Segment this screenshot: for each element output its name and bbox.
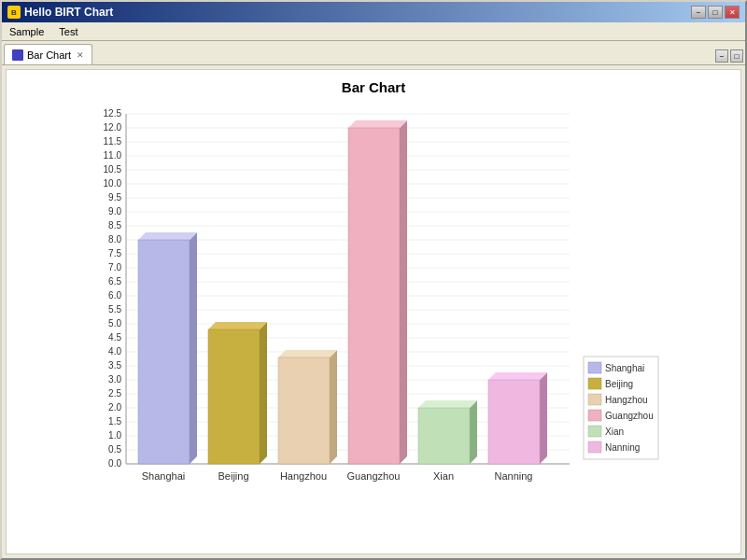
bar-xian-right [470, 400, 477, 464]
bar-nanning-top [488, 372, 547, 380]
bar-guangzhou [348, 128, 400, 464]
bar-guangzhou-right [400, 120, 407, 464]
svg-text:12.0: 12.0 [104, 122, 122, 133]
tab-bar-controls: − □ [715, 49, 743, 64]
xlabel-xian: Xian [433, 470, 454, 482]
svg-text:7.5: 7.5 [108, 248, 121, 259]
legend-icon-shanghai [588, 362, 601, 373]
svg-text:7.0: 7.0 [108, 262, 121, 273]
legend-label-shanghai: Shanghai [605, 363, 644, 373]
svg-text:10.0: 10.0 [104, 178, 122, 189]
bar-chart-svg: 12.5 12.0 11.5 11.0 10.5 10.0 9.5 9.0 8.… [16, 105, 731, 515]
xlabel-shanghai: Shanghai [142, 470, 186, 482]
legend-icon-hangzhou [588, 394, 601, 405]
window-title: Hello BIRT Chart [24, 6, 113, 19]
legend-label-guangzhou: Guangzhou [605, 411, 654, 421]
bar-shanghai-top [138, 232, 197, 240]
tab-bar: Bar Chart ✕ − □ [2, 41, 745, 65]
legend-label-xian: Xian [605, 427, 624, 437]
bar-xian-top [418, 400, 477, 408]
menu-bar: Sample Test [2, 22, 745, 41]
svg-text:9.0: 9.0 [108, 206, 121, 217]
svg-text:5.0: 5.0 [108, 318, 121, 329]
svg-text:3.0: 3.0 [108, 374, 121, 385]
chart-title: Bar Chart [342, 79, 405, 95]
bar-hangzhou-right [330, 350, 337, 464]
main-window: B Hello BIRT Chart − □ ✕ Sample Test Bar… [0, 0, 747, 560]
svg-text:0.5: 0.5 [108, 444, 121, 455]
bar-hangzhou-top [278, 350, 337, 357]
legend-icon-beijing [588, 378, 601, 389]
svg-text:0.0: 0.0 [108, 458, 121, 469]
svg-text:4.0: 4.0 [108, 346, 121, 357]
close-button[interactable]: ✕ [725, 6, 740, 19]
tab-maximize-button[interactable]: □ [730, 49, 743, 63]
chart-inner: 12.5 12.0 11.5 11.0 10.5 10.0 9.5 9.0 8.… [16, 105, 731, 544]
bar-beijing [208, 329, 260, 464]
window-controls: − □ ✕ [691, 6, 740, 19]
svg-text:3.5: 3.5 [108, 360, 121, 371]
tab-bar-chart[interactable]: Bar Chart ✕ [4, 44, 92, 64]
tab-label: Bar Chart [27, 49, 71, 61]
menu-sample[interactable]: Sample [6, 25, 48, 38]
maximize-button[interactable]: □ [708, 6, 723, 19]
legend-label-hangzhou: Hangzhou [605, 395, 648, 405]
legend-icon-xian [588, 426, 601, 437]
menu-test[interactable]: Test [55, 25, 81, 38]
xlabel-hangzhou: Hangzhou [280, 470, 327, 482]
minimize-button[interactable]: − [691, 6, 706, 19]
bar-hangzhou [278, 357, 330, 464]
legend-icon-guangzhou [588, 410, 601, 421]
bar-nanning [488, 380, 540, 464]
svg-text:8.0: 8.0 [108, 234, 121, 245]
bar-beijing-top [208, 322, 267, 329]
bar-xian [418, 408, 470, 464]
legend-label-beijing: Beijing [605, 379, 633, 389]
bar-shanghai-right [190, 232, 197, 464]
xlabel-guangzhou: Guangzhou [347, 470, 401, 482]
title-bar-left: B Hello BIRT Chart [7, 6, 113, 19]
svg-text:11.0: 11.0 [104, 150, 122, 161]
chart-container: Bar Chart [6, 69, 741, 554]
title-bar: B Hello BIRT Chart − □ ✕ [2, 2, 745, 22]
svg-text:6.0: 6.0 [108, 290, 121, 301]
svg-text:1.5: 1.5 [108, 416, 121, 427]
svg-text:11.5: 11.5 [104, 136, 122, 147]
svg-text:2.0: 2.0 [108, 402, 121, 413]
xlabel-beijing: Beijing [218, 470, 248, 482]
svg-text:5.5: 5.5 [108, 304, 121, 315]
tab-minimize-button[interactable]: − [715, 49, 728, 63]
tab-close-button[interactable]: ✕ [77, 50, 84, 60]
svg-text:8.5: 8.5 [108, 220, 121, 231]
bar-shanghai [138, 240, 190, 464]
bar-guangzhou-top [348, 120, 407, 128]
legend-icon-nanning [588, 441, 601, 453]
svg-text:9.5: 9.5 [108, 192, 121, 203]
legend-label-nanning: Nanning [605, 442, 640, 453]
svg-text:4.5: 4.5 [108, 332, 121, 343]
svg-text:1.0: 1.0 [108, 430, 121, 441]
bar-nanning-right [540, 372, 547, 464]
svg-text:6.5: 6.5 [108, 276, 121, 287]
tab-icon [12, 49, 23, 61]
app-icon: B [7, 6, 21, 19]
svg-text:12.5: 12.5 [104, 108, 122, 119]
bar-beijing-right [260, 322, 267, 464]
xlabel-nanning: Nanning [495, 470, 533, 482]
svg-text:2.5: 2.5 [108, 388, 121, 399]
svg-text:10.5: 10.5 [104, 164, 122, 175]
